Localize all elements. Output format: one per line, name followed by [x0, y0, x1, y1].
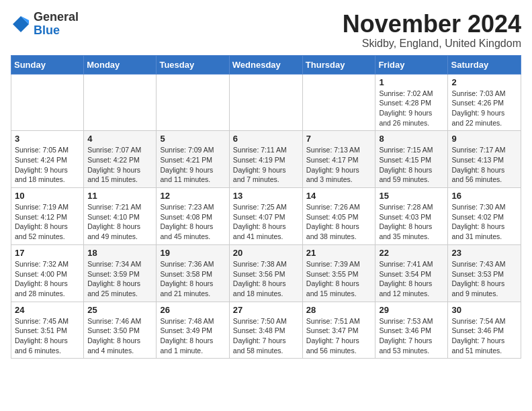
calendar-cell: 17Sunrise: 7:32 AMSunset: 4:00 PMDayligh…: [11, 244, 84, 302]
weekday-header: Tuesday: [157, 55, 229, 74]
day-number: 25: [87, 305, 152, 315]
day-info: Sunrise: 7:50 AMSunset: 3:48 PMDaylight:…: [233, 316, 299, 356]
page-header: General Blue November 2024 Skidby, Engla…: [11, 11, 521, 50]
day-info: Sunrise: 7:32 AMSunset: 4:00 PMDaylight:…: [15, 259, 80, 299]
weekday-header: Sunday: [11, 55, 84, 74]
calendar-header-row: SundayMondayTuesdayWednesdayThursdayFrid…: [11, 55, 521, 74]
day-number: 27: [233, 305, 299, 315]
day-info: Sunrise: 7:21 AMSunset: 4:10 PMDaylight:…: [87, 202, 152, 242]
day-info: Sunrise: 7:19 AMSunset: 4:12 PMDaylight:…: [15, 202, 80, 242]
calendar: SundayMondayTuesdayWednesdayThursdayFrid…: [11, 55, 521, 359]
calendar-cell: 16Sunrise: 7:30 AMSunset: 4:02 PMDayligh…: [448, 188, 521, 245]
calendar-cell: 30Sunrise: 7:54 AMSunset: 3:46 PMDayligh…: [448, 302, 521, 359]
day-info: Sunrise: 7:02 AMSunset: 4:28 PMDaylight:…: [379, 89, 444, 128]
calendar-cell: 23Sunrise: 7:43 AMSunset: 3:53 PMDayligh…: [448, 244, 521, 302]
day-number: 9: [451, 134, 517, 144]
logo-blue: Blue: [34, 24, 79, 38]
svg-marker-0: [13, 16, 29, 32]
calendar-week-row: 3Sunrise: 7:05 AMSunset: 4:24 PMDaylight…: [11, 131, 521, 188]
day-number: 22: [379, 248, 444, 258]
day-number: 10: [15, 191, 80, 201]
calendar-cell: 8Sunrise: 7:15 AMSunset: 4:15 PMDaylight…: [375, 131, 448, 188]
calendar-cell: 12Sunrise: 7:23 AMSunset: 4:08 PMDayligh…: [157, 188, 229, 245]
day-info: Sunrise: 7:23 AMSunset: 4:08 PMDaylight:…: [160, 202, 225, 242]
day-number: 21: [306, 248, 372, 258]
calendar-cell: 18Sunrise: 7:34 AMSunset: 3:59 PMDayligh…: [84, 244, 157, 302]
calendar-cell: 19Sunrise: 7:36 AMSunset: 3:58 PMDayligh…: [157, 244, 229, 302]
day-number: 2: [451, 77, 517, 87]
calendar-cell: 29Sunrise: 7:53 AMSunset: 3:46 PMDayligh…: [375, 302, 448, 359]
calendar-cell: 21Sunrise: 7:39 AMSunset: 3:55 PMDayligh…: [302, 244, 375, 302]
location: Skidby, England, United Kingdom: [343, 38, 521, 50]
day-info: Sunrise: 7:26 AMSunset: 4:05 PMDaylight:…: [306, 202, 372, 242]
day-info: Sunrise: 7:54 AMSunset: 3:46 PMDaylight:…: [451, 316, 517, 356]
day-number: 28: [306, 305, 372, 315]
calendar-cell: 4Sunrise: 7:07 AMSunset: 4:22 PMDaylight…: [84, 131, 157, 188]
calendar-cell: 25Sunrise: 7:46 AMSunset: 3:50 PMDayligh…: [84, 302, 157, 359]
day-number: 11: [87, 191, 152, 201]
day-number: 29: [379, 305, 444, 315]
day-info: Sunrise: 7:46 AMSunset: 3:50 PMDaylight:…: [87, 316, 152, 356]
calendar-cell: 5Sunrise: 7:09 AMSunset: 4:21 PMDaylight…: [157, 131, 229, 188]
day-info: Sunrise: 7:48 AMSunset: 3:49 PMDaylight:…: [160, 316, 225, 356]
logo-general: General: [34, 11, 79, 24]
calendar-cell: 7Sunrise: 7:13 AMSunset: 4:17 PMDaylight…: [302, 131, 375, 188]
weekday-header: Thursday: [302, 55, 375, 74]
day-number: 14: [306, 191, 372, 201]
calendar-cell: 1Sunrise: 7:02 AMSunset: 4:28 PMDaylight…: [375, 74, 448, 131]
day-info: Sunrise: 7:07 AMSunset: 4:22 PMDaylight:…: [87, 145, 152, 185]
calendar-cell: 28Sunrise: 7:51 AMSunset: 3:47 PMDayligh…: [302, 302, 375, 359]
day-number: 20: [233, 248, 299, 258]
day-info: Sunrise: 7:34 AMSunset: 3:59 PMDaylight:…: [87, 259, 152, 299]
calendar-cell: 26Sunrise: 7:48 AMSunset: 3:49 PMDayligh…: [157, 302, 229, 359]
logo-text: General Blue: [34, 11, 79, 38]
calendar-cell: 13Sunrise: 7:25 AMSunset: 4:07 PMDayligh…: [229, 188, 302, 245]
calendar-cell: [229, 74, 302, 131]
day-info: Sunrise: 7:25 AMSunset: 4:07 PMDaylight:…: [233, 202, 299, 242]
day-info: Sunrise: 7:30 AMSunset: 4:02 PMDaylight:…: [451, 202, 517, 242]
day-info: Sunrise: 7:51 AMSunset: 3:47 PMDaylight:…: [306, 316, 372, 356]
day-info: Sunrise: 7:11 AMSunset: 4:19 PMDaylight:…: [233, 145, 299, 185]
calendar-week-row: 17Sunrise: 7:32 AMSunset: 4:00 PMDayligh…: [11, 244, 521, 302]
weekday-header: Friday: [375, 55, 448, 74]
month-title: November 2024: [343, 11, 521, 38]
logo: General Blue: [11, 11, 79, 38]
day-number: 24: [15, 305, 80, 315]
day-number: 18: [87, 248, 152, 258]
calendar-cell: 2Sunrise: 7:03 AMSunset: 4:26 PMDaylight…: [448, 74, 521, 131]
day-number: 4: [87, 134, 152, 144]
day-info: Sunrise: 7:03 AMSunset: 4:26 PMDaylight:…: [451, 89, 517, 128]
day-number: 7: [306, 134, 372, 144]
calendar-week-row: 10Sunrise: 7:19 AMSunset: 4:12 PMDayligh…: [11, 188, 521, 245]
calendar-cell: [302, 74, 375, 131]
day-number: 12: [160, 191, 225, 201]
calendar-cell: [157, 74, 229, 131]
day-info: Sunrise: 7:43 AMSunset: 3:53 PMDaylight:…: [451, 259, 517, 299]
day-number: 8: [379, 134, 444, 144]
day-number: 13: [233, 191, 299, 201]
day-number: 26: [160, 305, 225, 315]
calendar-cell: 27Sunrise: 7:50 AMSunset: 3:48 PMDayligh…: [229, 302, 302, 359]
calendar-cell: 15Sunrise: 7:28 AMSunset: 4:03 PMDayligh…: [375, 188, 448, 245]
calendar-cell: 22Sunrise: 7:41 AMSunset: 3:54 PMDayligh…: [375, 244, 448, 302]
day-number: 23: [451, 248, 517, 258]
day-number: 6: [233, 134, 299, 144]
weekday-header: Monday: [84, 55, 157, 74]
calendar-cell: 24Sunrise: 7:45 AMSunset: 3:51 PMDayligh…: [11, 302, 84, 359]
day-number: 30: [451, 305, 517, 315]
day-info: Sunrise: 7:13 AMSunset: 4:17 PMDaylight:…: [306, 145, 372, 185]
day-number: 19: [160, 248, 225, 258]
day-info: Sunrise: 7:15 AMSunset: 4:15 PMDaylight:…: [379, 145, 444, 185]
day-number: 3: [15, 134, 80, 144]
day-info: Sunrise: 7:28 AMSunset: 4:03 PMDaylight:…: [379, 202, 444, 242]
calendar-cell: 9Sunrise: 7:17 AMSunset: 4:13 PMDaylight…: [448, 131, 521, 188]
day-info: Sunrise: 7:36 AMSunset: 3:58 PMDaylight:…: [160, 259, 225, 299]
weekday-header: Wednesday: [229, 55, 302, 74]
calendar-week-row: 24Sunrise: 7:45 AMSunset: 3:51 PMDayligh…: [11, 302, 521, 359]
day-info: Sunrise: 7:09 AMSunset: 4:21 PMDaylight:…: [160, 145, 225, 185]
calendar-week-row: 1Sunrise: 7:02 AMSunset: 4:28 PMDaylight…: [11, 74, 521, 131]
day-info: Sunrise: 7:05 AMSunset: 4:24 PMDaylight:…: [15, 145, 80, 185]
weekday-header: Saturday: [448, 55, 521, 74]
day-info: Sunrise: 7:41 AMSunset: 3:54 PMDaylight:…: [379, 259, 444, 299]
day-number: 17: [15, 248, 80, 258]
